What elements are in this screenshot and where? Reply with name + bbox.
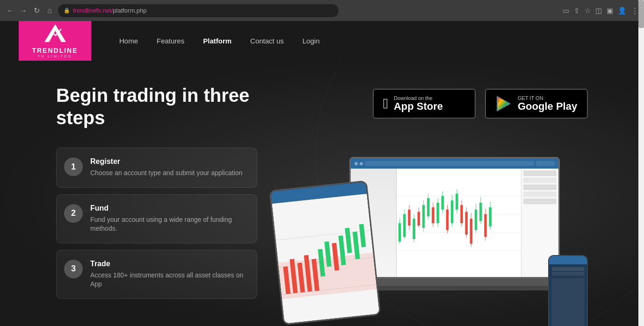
- cast-icon[interactable]: ▭: [563, 7, 569, 15]
- content-area: 1 Register Choose an account type and su…: [56, 148, 588, 326]
- nav-home[interactable]: Home: [119, 37, 138, 45]
- step-1-content: Register Choose an account type and subm…: [90, 157, 242, 178]
- main-content: Begin trading in three steps  Download …: [0, 61, 644, 326]
- laptop-screen: [349, 157, 560, 278]
- step-2-title: Fund: [90, 204, 247, 213]
- app-store-big: App Store: [394, 101, 443, 112]
- share-icon[interactable]: ⇧: [574, 7, 580, 15]
- hero-title: Begin trading in three steps: [56, 84, 290, 129]
- nav-platform[interactable]: Platform: [203, 37, 232, 45]
- step-2-number: 2: [64, 204, 83, 223]
- step-2-card: 2 Fund Fund your account using a wide ra…: [56, 194, 257, 243]
- laptop-device: [349, 157, 560, 291]
- extensions-icon[interactable]: ◫: [595, 7, 602, 15]
- google-play-text: GET IT ON Google Play: [518, 95, 577, 112]
- app-store-text: Download on the App Store: [394, 95, 443, 112]
- chart-svg: [397, 169, 521, 277]
- address-bar[interactable]: 🔒 trendlinefx.net/platform.php: [58, 4, 339, 17]
- play-store-icon: [495, 95, 512, 112]
- step-3-content: Trade Access 180+ instruments across all…: [90, 260, 247, 289]
- star-icon[interactable]: ☆: [585, 7, 591, 15]
- google-play-big: Google Play: [518, 101, 577, 112]
- step-1-number: 1: [64, 157, 83, 176]
- window-icon[interactable]: ▣: [607, 7, 613, 15]
- nav-links: Home Features Platform Contact us Login: [119, 37, 319, 45]
- step-3-card: 3 Trade Access 180+ instruments across a…: [56, 250, 257, 299]
- hero-top: Begin trading in three steps  Download …: [56, 84, 588, 129]
- home-button[interactable]: ⌂: [45, 6, 54, 15]
- step-2-desc: Fund your account using a wide range of …: [90, 215, 247, 234]
- nav-features[interactable]: Features: [157, 37, 184, 45]
- nav-login[interactable]: Login: [303, 37, 320, 45]
- step-3-desc: Access 180+ instruments across all asset…: [90, 271, 247, 289]
- profile-icon[interactable]: 👤: [618, 7, 627, 15]
- scrollbar-thumb[interactable]: [638, 0, 644, 28]
- lock-icon: 🔒: [64, 7, 70, 14]
- step-1-desc: Choose an account type and submit your a…: [90, 169, 242, 178]
- back-button[interactable]: ←: [6, 6, 15, 15]
- step-3-number: 3: [64, 260, 83, 278]
- scrollbar[interactable]: [638, 0, 644, 326]
- logo-text: TRENDLINE: [32, 47, 78, 54]
- navbar: TRENDLINE FX LIMITED Home Features Platf…: [0, 21, 644, 61]
- forward-button[interactable]: →: [19, 6, 28, 15]
- tablet-chart: [272, 194, 379, 324]
- devices-illustration: [276, 148, 588, 326]
- store-buttons:  Download on the App Store: [373, 89, 588, 119]
- menu-icon[interactable]: ⋮: [631, 7, 638, 15]
- apple-icon: : [383, 96, 388, 112]
- steps-container: 1 Register Choose an account type and su…: [56, 148, 257, 326]
- reload-button[interactable]: ↻: [32, 6, 41, 15]
- step-2-content: Fund Fund your account using a wide rang…: [90, 204, 247, 234]
- app-store-button[interactable]:  Download on the App Store: [373, 89, 476, 119]
- step-1-title: Register: [90, 157, 242, 166]
- step-1-card: 1 Register Choose an account type and su…: [56, 148, 257, 188]
- logo-icon: [43, 23, 67, 43]
- url-display: trendlinefx.net/platform.php: [73, 7, 147, 14]
- nav-contact[interactable]: Contact us: [250, 37, 284, 45]
- logo-sub: FX LIMITED: [37, 54, 72, 58]
- logo[interactable]: TRENDLINE FX LIMITED: [19, 21, 91, 61]
- tablet-device: [269, 180, 381, 325]
- google-play-button[interactable]: GET IT ON Google Play: [485, 89, 588, 119]
- step-3-title: Trade: [90, 260, 247, 268]
- browser-chrome: ← → ↻ ⌂ 🔒 trendlinefx.net/platform.php ▭…: [0, 0, 644, 21]
- browser-right-icons: ▭ ⇧ ☆ ◫ ▣ 👤 ⋮: [563, 7, 638, 15]
- phone-device: [548, 255, 588, 326]
